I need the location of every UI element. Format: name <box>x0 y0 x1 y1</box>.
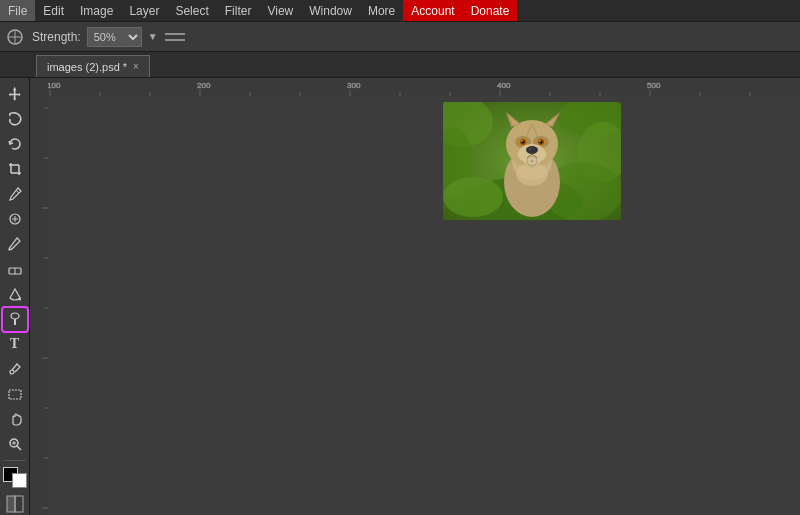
svg-rect-26 <box>30 78 800 96</box>
menu-bar: File Edit Image Layer Select Filter View… <box>0 0 800 22</box>
menu-image[interactable]: Image <box>72 0 121 21</box>
svg-rect-24 <box>7 496 15 512</box>
svg-point-64 <box>443 177 503 217</box>
canvas-image[interactable] <box>443 102 621 220</box>
svg-point-83 <box>526 146 538 154</box>
tab-close-button[interactable]: × <box>133 61 139 72</box>
brush-options-icon <box>4 26 26 48</box>
ruler-horizontal: 100 200 300 400 500 <box>30 78 800 96</box>
svg-rect-19 <box>9 390 21 399</box>
toolbar-lines-icon <box>164 26 186 48</box>
svg-point-18 <box>10 370 14 374</box>
tool-history[interactable] <box>3 132 27 155</box>
tab-filename: images (2).psd * <box>47 61 127 73</box>
menu-file[interactable]: File <box>0 0 35 21</box>
tab-bar: images (2).psd * × <box>0 52 800 78</box>
svg-line-10 <box>16 190 19 193</box>
svg-text:200: 200 <box>197 81 211 90</box>
menu-view[interactable]: View <box>259 0 301 21</box>
options-toolbar: Strength: 50% 25% 75% 100% ▼ <box>0 22 800 52</box>
tool-lasso[interactable] <box>3 107 27 130</box>
color-picker[interactable] <box>3 467 27 488</box>
svg-point-16 <box>11 313 19 319</box>
svg-text:400: 400 <box>497 81 511 90</box>
tool-text[interactable]: T <box>3 333 27 356</box>
tool-crop[interactable] <box>3 157 27 180</box>
menu-more[interactable]: More <box>360 0 403 21</box>
svg-point-81 <box>539 140 541 142</box>
svg-text:500: 500 <box>647 81 661 90</box>
svg-line-21 <box>17 446 21 450</box>
menu-select[interactable]: Select <box>167 0 216 21</box>
tool-select-rect[interactable] <box>3 383 27 406</box>
svg-marker-5 <box>8 86 20 100</box>
tool-pen[interactable] <box>3 358 27 381</box>
strength-label: Strength: <box>32 30 81 44</box>
tool-move[interactable] <box>3 82 27 105</box>
tool-brush[interactable] <box>3 232 27 255</box>
svg-text:100: 100 <box>47 81 61 90</box>
canvas-area[interactable]: 100 200 300 400 500 <box>30 78 800 515</box>
svg-point-80 <box>521 140 523 142</box>
menu-filter[interactable]: Filter <box>217 0 260 21</box>
tool-hand[interactable] <box>3 408 27 431</box>
menu-donate[interactable]: Donate <box>463 0 518 21</box>
document-tab[interactable]: images (2).psd * × <box>36 55 150 77</box>
ruler-vertical <box>30 78 48 515</box>
tool-eraser[interactable] <box>3 257 27 280</box>
svg-point-84 <box>528 148 532 151</box>
svg-rect-47 <box>30 78 48 515</box>
strength-dropdown-arrow: ▼ <box>148 31 158 42</box>
text-tool-label: T <box>10 336 19 352</box>
tool-fill[interactable] <box>3 283 27 306</box>
menu-edit[interactable]: Edit <box>35 0 72 21</box>
left-toolbar: T <box>0 78 30 515</box>
tool-dodge[interactable] <box>3 308 27 331</box>
menu-layer[interactable]: Layer <box>121 0 167 21</box>
svg-text:300: 300 <box>347 81 361 90</box>
tool-heal[interactable] <box>3 207 27 230</box>
tool-zoom[interactable] <box>3 433 27 456</box>
tool-quickmask[interactable] <box>3 492 27 515</box>
menu-account[interactable]: Account <box>403 0 462 21</box>
tool-eyedropper[interactable] <box>3 182 27 205</box>
strength-select[interactable]: 50% 25% 75% 100% <box>87 27 142 47</box>
toolbar-divider <box>4 460 26 461</box>
main-area: T <box>0 78 800 515</box>
menu-window[interactable]: Window <box>301 0 360 21</box>
background-color[interactable] <box>12 473 27 488</box>
svg-rect-25 <box>15 496 23 512</box>
